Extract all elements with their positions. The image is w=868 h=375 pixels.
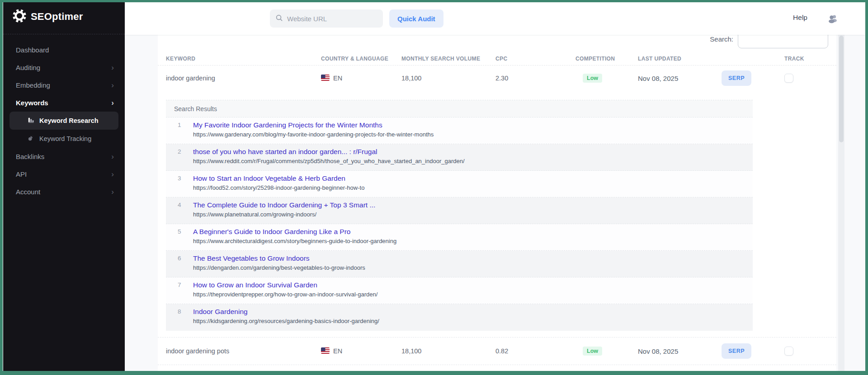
- search-results-panel: Search Results 1 My Favorite Indoor Gard…: [166, 100, 753, 331]
- sidebar-item-keywords[interactable]: Keywords ›: [3, 94, 125, 112]
- result-rank: 1: [166, 117, 193, 144]
- last-updated-cell: Nov 08, 2025: [638, 347, 722, 355]
- vertical-scrollbar[interactable]: [838, 35, 844, 371]
- app-window: SEOptimer Dashboard Auditing › Embedding…: [3, 2, 865, 371]
- cpc-cell: 2.30: [495, 75, 576, 82]
- chevron-right-icon: ›: [111, 153, 114, 160]
- sidebar-item-backlinks[interactable]: Backlinks ›: [3, 148, 125, 165]
- sidebar-item-label: API: [16, 170, 111, 178]
- sidebar-item-dashboard[interactable]: Dashboard: [3, 41, 125, 59]
- table-search-label: Search:: [710, 35, 733, 43]
- sidebar-nav: Dashboard Auditing › Embedding › Keyword…: [3, 41, 125, 201]
- result-rank: 3: [166, 171, 193, 197]
- sidebar-item-label: Backlinks: [16, 153, 111, 160]
- sidebar-item-label: Dashboard: [16, 46, 114, 54]
- us-flag-icon: [321, 75, 330, 82]
- search-volume-cell: 18,100: [401, 75, 495, 82]
- country-language-cell: EN: [321, 75, 401, 82]
- user-account-icon[interactable]: [827, 13, 839, 26]
- search-results-header: Search Results: [166, 100, 753, 117]
- column-header-last-updated: LAST UPDATED: [638, 56, 722, 62]
- sidebar-item-label: Embedding: [16, 81, 111, 89]
- sidebar-item-embedding[interactable]: Embedding ›: [3, 76, 125, 94]
- sidebar-item-label: Keywords: [16, 99, 111, 107]
- track-checkbox[interactable]: [784, 347, 793, 356]
- us-flag-icon: [321, 347, 330, 355]
- keyword-research-table-card: Search: KEYWORD COUNTRY & LANGUAGE MONTH…: [158, 35, 836, 371]
- main-content: Search: KEYWORD COUNTRY & LANGUAGE MONTH…: [125, 35, 865, 371]
- sidebar-item-keyword-tracking[interactable]: Keyword Tracking: [9, 130, 118, 148]
- topbar: Website URL Quick Audit Help: [125, 2, 865, 35]
- result-rank: 6: [166, 251, 193, 277]
- country-language-cell: EN: [321, 347, 401, 355]
- screenshot-frame: SEOptimer Dashboard Auditing › Embedding…: [0, 0, 868, 375]
- result-rank: 8: [166, 304, 193, 331]
- app-logo[interactable]: SEOptimer: [12, 9, 83, 25]
- result-rank: 4: [166, 197, 193, 224]
- result-title-link[interactable]: The Complete Guide to Indoor Gardening +…: [193, 201, 375, 209]
- column-header-monthly-search-volume: MONTHLY SEARCH VOLUME: [401, 56, 495, 62]
- column-header-track: TRACK: [784, 56, 836, 62]
- sidebar-item-account[interactable]: Account ›: [3, 183, 125, 201]
- result-title-link[interactable]: The Best Vegetables to Grow Indoors: [193, 254, 365, 262]
- sidebar-item-label: Keyword Research: [39, 117, 99, 124]
- chevron-right-icon: ›: [111, 99, 114, 107]
- sidebar-item-label: Auditing: [16, 64, 111, 71]
- result-rank: 7: [166, 277, 193, 304]
- result-title-link[interactable]: How to Start an Indoor Vegetable & Herb …: [193, 174, 364, 183]
- table-row: indoor gardening pots: [158, 337, 836, 365]
- search-result-row: 3 How to Start an Indoor Vegetable & Her…: [166, 171, 753, 197]
- competition-cell: Low: [576, 74, 638, 83]
- language-code: EN: [333, 347, 342, 355]
- search-volume-cell: 18,100: [401, 347, 495, 355]
- chevron-right-icon: ›: [111, 81, 114, 89]
- scrollbar-thumb[interactable]: [839, 36, 844, 142]
- search-icon: [275, 14, 283, 23]
- gear-logo-icon: [12, 9, 27, 25]
- search-result-row: 4 The Complete Guide to Indoor Gardening…: [166, 197, 753, 224]
- sidebar-item-keyword-research[interactable]: Keyword Research: [9, 112, 118, 130]
- result-title-link[interactable]: A Beginner's Guide to Indoor Gardening L…: [193, 228, 396, 236]
- sidebar-item-auditing[interactable]: Auditing ›: [3, 59, 125, 76]
- search-result-row: 8 Indoor Gardening https://kidsgardening…: [166, 304, 753, 331]
- last-updated-cell: Nov 08, 2025: [638, 75, 722, 82]
- result-url: https://kidsgardening.org/resources/gard…: [193, 318, 379, 324]
- result-url: https://theprovidentprepper.org/how-to-g…: [193, 291, 377, 298]
- app-logo-text: SEOptimer: [31, 11, 83, 23]
- serp-button[interactable]: SERP: [722, 343, 751, 359]
- column-header-cpc: CPC: [495, 56, 576, 62]
- chevron-right-icon: ›: [111, 188, 114, 196]
- chevron-right-icon: ›: [111, 170, 114, 178]
- quick-audit-button[interactable]: Quick Audit: [389, 9, 443, 28]
- result-url: https://www.reddit.com/r/Frugal/comments…: [193, 158, 465, 164]
- cpc-cell: 0.82: [495, 347, 576, 355]
- serp-button[interactable]: SERP: [722, 70, 751, 86]
- result-url: https://www.gardenary.com/blog/my-favori…: [193, 131, 434, 138]
- serp-cell: SERP: [722, 70, 784, 86]
- search-result-row: 6 The Best Vegetables to Grow Indoors ht…: [166, 251, 753, 277]
- bar-chart-icon: [28, 117, 34, 125]
- track-cell: [784, 347, 836, 356]
- website-url-input[interactable]: Website URL: [270, 9, 383, 28]
- competition-low-badge: Low: [583, 347, 602, 356]
- sidebar-item-api[interactable]: API ›: [3, 165, 125, 183]
- key-icon: [28, 135, 34, 143]
- table-header-row: KEYWORD COUNTRY & LANGUAGE MONTHLY SEARC…: [158, 52, 836, 66]
- help-link[interactable]: Help: [793, 14, 807, 22]
- result-title-link[interactable]: My Favorite Indoor Gardening Projects fo…: [193, 121, 434, 129]
- chevron-right-icon: ›: [111, 64, 114, 71]
- table-row: indoor gardening EN: [158, 66, 836, 91]
- result-title-link[interactable]: How to Grow an Indoor Survival Garden: [193, 281, 377, 289]
- result-url: https://www.planetnatural.com/growing-in…: [193, 211, 375, 218]
- result-title-link[interactable]: those of you who have started an indoor …: [193, 148, 465, 156]
- result-title-link[interactable]: Indoor Gardening: [193, 308, 379, 316]
- sidebar: SEOptimer Dashboard Auditing › Embedding…: [3, 2, 125, 371]
- search-result-row: 7 How to Grow an Indoor Survival Garden …: [166, 277, 753, 304]
- result-rank: 5: [166, 224, 193, 250]
- search-result-row: 5 A Beginner's Guide to Indoor Gardening…: [166, 224, 753, 251]
- result-url: https://www.architecturaldigest.com/stor…: [193, 238, 396, 244]
- column-header-competition: COMPETITION: [576, 56, 638, 62]
- sidebar-divider: [3, 34, 125, 34]
- sidebar-item-label: Account: [16, 188, 111, 196]
- track-checkbox[interactable]: [784, 74, 793, 83]
